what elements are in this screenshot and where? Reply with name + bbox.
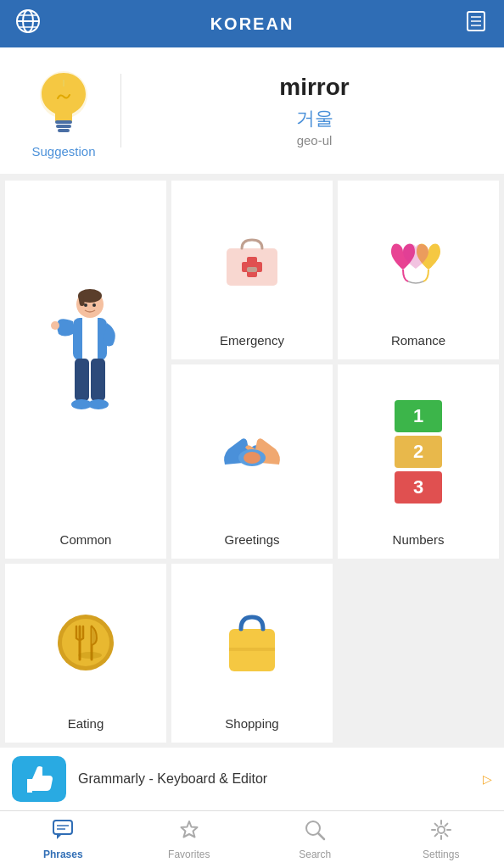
menu-icon[interactable]	[463, 8, 489, 40]
eating-icon-area	[12, 577, 160, 709]
favorites-icon	[178, 819, 200, 846]
search-label: Search	[299, 849, 331, 860]
suggestion-right: mirror 거울 geo-ul	[120, 74, 487, 147]
num-2: 2	[395, 436, 442, 468]
lightbulb-icon	[30, 63, 98, 139]
svg-rect-10	[55, 120, 72, 124]
svg-rect-29	[247, 267, 257, 272]
suggestion-label: Suggestion	[31, 144, 95, 159]
app-header: KOREAN	[0, 0, 504, 47]
svg-point-33	[62, 619, 109, 666]
nav-phrases[interactable]: Phrases	[0, 811, 126, 868]
nav-search[interactable]: Search	[252, 811, 378, 868]
category-numbers[interactable]: 1 2 3 Numbers	[338, 364, 499, 558]
globe-icon[interactable]	[15, 8, 41, 40]
svg-point-23	[51, 321, 59, 330]
suggestion-card[interactable]: Suggestion mirror 거울 geo-ul	[0, 47, 504, 174]
thumbsup-icon	[24, 764, 54, 794]
romance-label: Romance	[391, 333, 445, 348]
svg-rect-12	[58, 129, 70, 132]
greetings-icon-area	[178, 378, 326, 525]
nav-settings[interactable]: Settings	[378, 811, 505, 868]
ad-indicator: ▷	[483, 772, 492, 786]
svg-point-25	[92, 303, 96, 307]
search-icon	[304, 819, 326, 846]
nav-favorites[interactable]: Favorites	[126, 811, 253, 868]
svg-rect-18	[82, 318, 98, 360]
common-icon-area	[12, 194, 160, 526]
category-shopping[interactable]: Shopping	[171, 564, 333, 743]
common-label: Common	[60, 532, 112, 547]
emergency-icon-area	[178, 194, 326, 326]
svg-point-31	[244, 452, 260, 464]
ad-banner[interactable]: Grammarly - Keyboard & Editor ▷	[0, 748, 504, 810]
svg-rect-41	[53, 821, 72, 834]
numbers-label: Numbers	[393, 532, 445, 547]
greetings-label: Greetings	[224, 532, 279, 547]
phrases-icon	[52, 819, 74, 846]
settings-icon	[430, 819, 452, 846]
svg-rect-19	[75, 359, 89, 401]
settings-label: Settings	[423, 849, 459, 860]
num-3: 3	[395, 471, 442, 504]
emergency-icon	[221, 233, 283, 288]
romance-icon-area	[344, 194, 492, 326]
category-common[interactable]: Common	[5, 181, 166, 559]
suggestion-left: Suggestion	[17, 63, 110, 159]
svg-line-46	[318, 833, 324, 839]
eating-label: Eating	[68, 716, 104, 731]
category-romance[interactable]: Romance	[338, 181, 499, 359]
num-1: 1	[395, 400, 442, 432]
ad-thumbnail	[12, 756, 66, 802]
person-icon	[43, 287, 128, 431]
svg-point-24	[84, 303, 87, 307]
numbers-icon-area: 1 2 3	[344, 378, 492, 525]
eating-icon	[54, 611, 118, 675]
phrases-label: Phrases	[43, 849, 83, 860]
app-title: KOREAN	[210, 14, 294, 34]
svg-point-38	[78, 652, 102, 659]
categories-grid: Common Emergency	[0, 181, 504, 743]
ad-text: Grammarly - Keyboard & Editor	[78, 771, 267, 787]
svg-rect-40	[229, 648, 275, 651]
numbers-stack: 1 2 3	[395, 400, 442, 504]
suggestion-korean: 거울	[296, 106, 333, 131]
emergency-label: Emergency	[220, 333, 284, 348]
svg-point-47	[438, 826, 445, 833]
svg-rect-20	[91, 359, 105, 401]
svg-rect-11	[56, 125, 71, 128]
category-greetings[interactable]: Greetings	[171, 364, 333, 558]
romance-icon	[384, 231, 452, 290]
category-emergency[interactable]: Emergency	[171, 181, 333, 359]
favorites-label: Favorites	[168, 849, 210, 860]
suggestion-word: mirror	[279, 74, 349, 101]
svg-marker-44	[181, 821, 197, 837]
shopping-label: Shopping	[225, 716, 278, 731]
shopping-icon	[222, 610, 282, 676]
shopping-icon-area	[178, 577, 326, 709]
suggestion-romanization: geo-ul	[297, 133, 333, 147]
bottom-nav: Phrases Favorites Search Settings	[0, 810, 504, 868]
category-eating[interactable]: Eating	[5, 564, 166, 743]
handshake-icon	[218, 422, 286, 481]
svg-point-22	[88, 399, 109, 409]
